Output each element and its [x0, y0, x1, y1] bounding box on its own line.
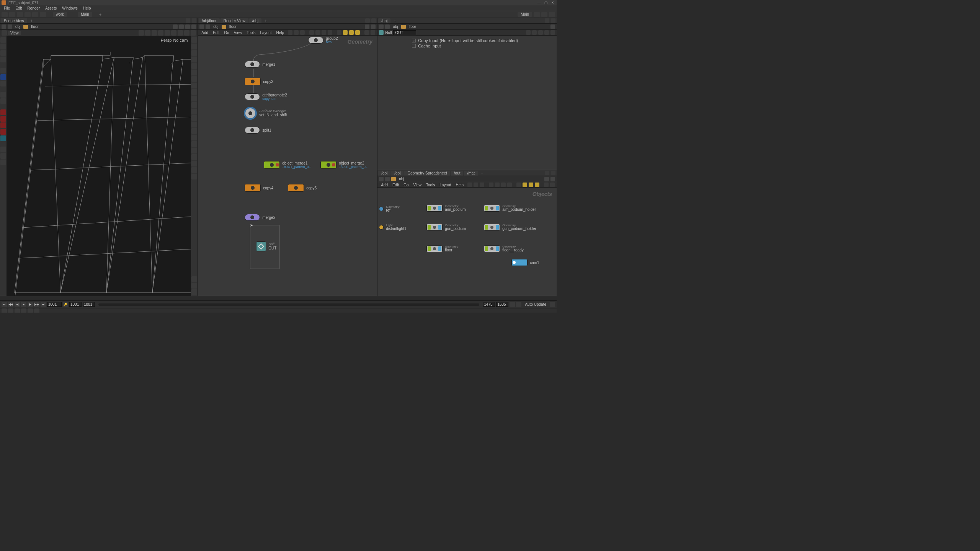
viewport-label[interactable]: View	[8, 31, 21, 35]
frame-input[interactable]	[47, 302, 62, 307]
status-tool[interactable]	[2, 308, 7, 313]
net-tool-icon[interactable]	[294, 30, 299, 35]
obj-help-icon[interactable]	[550, 183, 555, 187]
param-icon[interactable]	[532, 30, 537, 35]
forward-icon[interactable]	[385, 24, 390, 29]
vp-tool[interactable]	[0, 116, 6, 122]
net-tool-icon[interactable]	[349, 30, 354, 35]
vp-display-tool[interactable]	[191, 57, 197, 62]
vp-tool-icon[interactable]	[171, 30, 176, 36]
obj-node-floor[interactable]: Geometryfloor	[426, 245, 458, 252]
vp-tool[interactable]	[0, 122, 6, 128]
vp-arrow-tool[interactable]	[0, 68, 6, 73]
back-icon[interactable]	[379, 177, 384, 181]
obj-node-aim-podium-holder[interactable]: Geometryaim_podium_holder	[484, 205, 536, 212]
vp-tool-icon[interactable]	[184, 30, 189, 36]
vp-display-tool[interactable]	[191, 50, 197, 56]
vp-tool-icon[interactable]	[158, 30, 163, 36]
node-group2[interactable]: group2btm	[308, 36, 338, 44]
vp-display-tool[interactable]	[191, 96, 197, 101]
obj-tool-icon[interactable]	[501, 183, 506, 187]
param-tab[interactable]: /obj	[378, 18, 390, 23]
pane-menu-icon[interactable]	[186, 18, 190, 23]
obj-tab[interactable]: /obj	[378, 171, 390, 176]
vp-display-tool[interactable]	[191, 167, 197, 173]
net-menu-go[interactable]: Go	[222, 31, 231, 35]
pane-icon[interactable]	[365, 18, 370, 23]
obj-menu-help[interactable]: Help	[454, 183, 466, 187]
obj-menu-tools[interactable]: Tools	[424, 183, 437, 187]
vp-tool[interactable]	[0, 135, 6, 141]
obj-tool-icon[interactable]	[467, 183, 472, 187]
vp-display-tool[interactable]	[191, 76, 197, 82]
vp-display-tool[interactable]	[191, 283, 197, 289]
net-tool-icon[interactable]	[309, 30, 314, 35]
path-crumb-obj[interactable]: obj	[391, 24, 399, 29]
status-tool[interactable]	[21, 308, 26, 313]
vp-display-tool[interactable]	[191, 102, 197, 108]
obj-node-aim-podium[interactable]: Geometryaim_podium	[426, 205, 466, 212]
menu-windows[interactable]: Windows	[60, 6, 80, 10]
node-object-merge2[interactable]: object_merge2../OUT_pattern_02	[320, 161, 368, 169]
node-split1[interactable]: split1	[245, 127, 271, 134]
menu-file[interactable]: File	[2, 6, 12, 10]
net-menu-tools[interactable]: Tools	[245, 31, 257, 35]
shelf-tool[interactable]	[32, 12, 38, 17]
path-crumb-obj[interactable]: obj	[212, 24, 220, 29]
minimize-button[interactable]: —	[537, 0, 541, 5]
obj-node-ref[interactable]: Geometryref	[379, 205, 399, 212]
vp-display-tool[interactable]	[191, 122, 197, 127]
shelf-tool[interactable]	[549, 12, 555, 17]
node-merge2[interactable]: merge2	[245, 214, 275, 221]
obj-tool-icon[interactable]	[474, 183, 478, 187]
param-icon[interactable]	[538, 30, 543, 35]
node-copy3[interactable]: copy3	[245, 78, 273, 85]
net-tool-icon[interactable]	[355, 30, 360, 35]
obj-tool-icon[interactable]	[489, 183, 493, 187]
vp-tool[interactable]	[0, 74, 6, 80]
obj-tool-icon[interactable]	[535, 183, 539, 187]
vp-tool-icon[interactable]	[165, 30, 170, 36]
obj-menu-add[interactable]: Add	[379, 183, 390, 187]
forward-icon[interactable]	[385, 177, 390, 181]
network-tab[interactable]: /obj	[249, 18, 261, 23]
shelf-tool[interactable]	[541, 12, 547, 17]
pin-icon[interactable]	[544, 177, 549, 181]
status-tool[interactable]	[34, 308, 39, 313]
vp-display-tool[interactable]	[191, 115, 197, 121]
path-crumb-floor[interactable]: floor	[29, 24, 40, 29]
vp-display-tool[interactable]	[191, 63, 197, 69]
back-icon[interactable]	[379, 24, 384, 29]
play-last-button[interactable]: ⏭	[41, 302, 46, 307]
node-copy5[interactable]: copy5	[288, 184, 317, 192]
vp-tool[interactable]	[0, 92, 6, 98]
path-icon[interactable]	[185, 24, 190, 29]
net-search-icon[interactable]	[364, 30, 369, 35]
path-icon[interactable]	[371, 24, 376, 29]
vp-tool[interactable]	[0, 160, 6, 165]
obj-node-floor-ready[interactable]: Geometryfloor__ready	[484, 245, 524, 252]
copy-input-checkbox[interactable]: ✓	[412, 39, 416, 42]
obj-tool-icon[interactable]	[507, 183, 512, 187]
shelf-tool[interactable]	[17, 12, 23, 17]
net-menu-add[interactable]: Add	[199, 31, 210, 35]
obj-menu-view[interactable]: View	[412, 183, 424, 187]
vp-display-tool[interactable]	[191, 161, 197, 166]
node-out[interactable]: NullOUT	[256, 241, 276, 251]
obj-tool-icon[interactable]	[480, 183, 484, 187]
cache-input-checkbox[interactable]	[412, 44, 416, 48]
net-tool-icon[interactable]	[322, 30, 326, 35]
shelf-tab-work[interactable]: work	[53, 12, 67, 17]
timeline-ruler[interactable]	[0, 296, 557, 300]
playbar-icon[interactable]	[550, 302, 555, 307]
path-icon[interactable]	[179, 24, 184, 29]
timeline-track[interactable]	[98, 303, 479, 306]
obj-search-icon[interactable]	[544, 183, 549, 187]
range-end1-input[interactable]	[483, 302, 495, 307]
lock-icon[interactable]	[2, 30, 7, 36]
net-tool-icon[interactable]	[300, 30, 305, 35]
obj-tool-icon[interactable]	[516, 183, 521, 187]
vp-display-tool[interactable]	[191, 70, 197, 75]
path-crumb[interactable]: floor	[407, 24, 418, 29]
add-tab[interactable]: +	[28, 18, 35, 23]
